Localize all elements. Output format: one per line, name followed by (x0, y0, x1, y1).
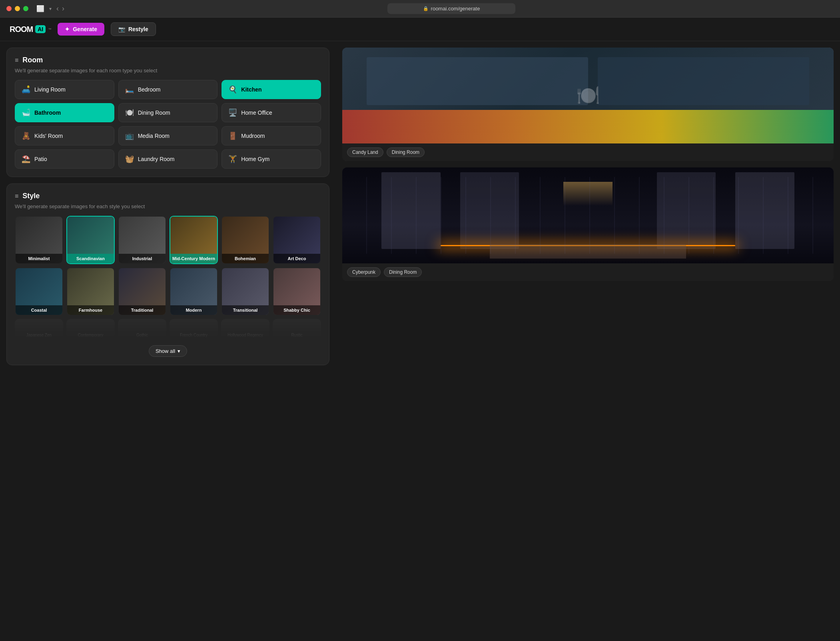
room-btn-media-room[interactable]: 📺Media Room (118, 126, 218, 145)
room-section-title: Room (22, 56, 43, 64)
close-button[interactable] (6, 6, 12, 11)
room-section-header: ≡ Room (15, 56, 321, 64)
style-label-minimalist: Minimalist (16, 254, 62, 263)
room-btn-mudroom[interactable]: 🚪Mudroom (221, 126, 321, 145)
style-label-modern: Modern (170, 305, 217, 315)
generate-icon: ✦ (65, 26, 70, 32)
generate-button[interactable]: ✦ Generate (58, 23, 104, 36)
style-btn-farmhouse[interactable]: Farmhouse (66, 267, 115, 316)
style-btn-transitional[interactable]: Transitional (221, 267, 269, 316)
show-all-button[interactable]: Show all ▾ (149, 345, 187, 357)
logo-room-text: ROOM (10, 25, 33, 34)
style-image-art-deco: Art Deco (273, 217, 320, 263)
room-icon-kitchen: 🍳 (228, 85, 237, 94)
room-icon-mudroom: 🚪 (228, 131, 237, 140)
style-image-shabby-chic: Shabby Chic (273, 268, 320, 315)
room-section-subtitle: We'll generate separate images for each … (15, 68, 321, 74)
room-icon-home-gym: 🏋️ (228, 155, 237, 163)
room-btn-patio[interactable]: ⛱️Patio (15, 149, 114, 169)
style-btn-art-deco[interactable]: Art Deco (273, 216, 321, 264)
style-label-shabby-chic: Shabby Chic (273, 305, 320, 315)
logo-ai-text: AI (35, 25, 46, 33)
result-image-2 (342, 167, 834, 263)
room-btn-home-gym[interactable]: 🏋️Home Gym (221, 149, 321, 169)
app-header: ROOM AI ™ ✦ Generate 📷 Restyle (0, 18, 840, 41)
room-icon-bathroom: 🛁 (22, 108, 30, 117)
result-tag-dining-room-2[interactable]: Dining Room (384, 267, 422, 277)
style-image-transitional: Transitional (222, 268, 269, 315)
chevron-down-icon: ▾ (178, 348, 180, 354)
result-tags-1: Candy Land Dining Room (342, 143, 834, 161)
titlebar: ⬜ ▾ ‹ › 🔒 roomai.com/generate (0, 0, 840, 18)
back-arrow-icon[interactable]: ‹ (56, 4, 59, 13)
style-section-icon: ≡ (15, 193, 18, 200)
result-card-1: Candy Land Dining Room (342, 48, 834, 161)
room-section-icon: ≡ (15, 57, 18, 64)
style-label-art-deco: Art Deco (273, 254, 320, 263)
style-image-traditional: Traditional (119, 268, 166, 315)
logo-tm-text: ™ (48, 28, 51, 31)
style-btn-scandinavian[interactable]: Scandinavian (66, 216, 115, 264)
style-image-bohemian: Bohemian (222, 217, 269, 263)
url-text: roomai.com/generate (431, 6, 480, 12)
room-btn-home-office[interactable]: 🖥️Home Office (221, 103, 321, 122)
style-btn-coastal[interactable]: Coastal (15, 267, 63, 316)
style-label-industrial: Industrial (119, 254, 166, 263)
style-image-scandinavian: Scandinavian (67, 217, 114, 263)
fullscreen-button[interactable] (23, 6, 28, 11)
result-image-1 (342, 48, 834, 143)
result-tag-cyberpunk[interactable]: Cyberpunk (347, 267, 381, 277)
room-icon-media-room: 📺 (125, 131, 134, 140)
style-section: ≡ Style We'll generate separate images f… (6, 183, 329, 365)
room-icon-kids-room: 🧸 (22, 131, 30, 140)
url-bar: 🔒 roomai.com/generate (69, 3, 834, 14)
style-btn-modern[interactable]: Modern (170, 267, 218, 316)
style-partial-hollywood-regency: Hollywood Regency (221, 319, 269, 339)
main-layout: ≡ Room We'll generate separate images fo… (0, 41, 840, 641)
restyle-button[interactable]: 📷 Restyle (111, 22, 156, 36)
nav-arrows: ‹ › (56, 4, 64, 13)
style-section-header: ≡ Style (15, 192, 321, 200)
style-btn-shabby-chic[interactable]: Shabby Chic (273, 267, 321, 316)
url-input[interactable]: 🔒 roomai.com/generate (387, 3, 515, 14)
chevron-down-icon[interactable]: ▾ (49, 6, 52, 12)
style-btn-industrial[interactable]: Industrial (118, 216, 166, 264)
room-btn-kids-room[interactable]: 🧸Kids' Room (15, 126, 114, 145)
room-icon-dining-room: 🍽️ (125, 108, 134, 117)
style-label-coastal: Coastal (16, 305, 62, 315)
style-btn-bohemian[interactable]: Bohemian (221, 216, 269, 264)
traffic-lights (6, 6, 28, 11)
forward-arrow-icon[interactable]: › (62, 4, 64, 13)
room-section: ≡ Room We'll generate separate images fo… (6, 48, 329, 177)
style-btn-minimalist[interactable]: Minimalist (15, 216, 63, 264)
room-btn-laundry-room[interactable]: 🧺Laundry Room (118, 149, 218, 169)
style-image-modern: Modern (170, 268, 217, 315)
room-btn-bathroom[interactable]: 🛁Bathroom (15, 103, 114, 122)
result-tag-candy-land[interactable]: Candy Land (347, 147, 383, 157)
right-panel: Candy Land Dining Room Cyberpunk (336, 41, 840, 641)
left-panel: ≡ Room We'll generate separate images fo… (0, 41, 336, 641)
style-grid-row3-partial: Japanese ZenContemporaryGothicFrench Cou… (15, 319, 321, 339)
style-btn-mid-century-modern[interactable]: Mid-Century Modern (170, 216, 218, 264)
room-btn-living-room[interactable]: 🛋️Living Room (15, 80, 114, 99)
minimize-button[interactable] (15, 6, 20, 11)
style-section-subtitle: We'll generate separate images for each … (15, 203, 321, 209)
style-partial-contemporary: Contemporary (66, 319, 115, 339)
room-btn-dining-room[interactable]: 🍽️Dining Room (118, 103, 218, 122)
result-card-2: Cyberpunk Dining Room (342, 167, 834, 281)
room-btn-bedroom[interactable]: 🛏️Bedroom (118, 80, 218, 99)
style-partial-gothic: Gothic (118, 319, 166, 339)
room-btn-kitchen[interactable]: 🍳Kitchen (221, 80, 321, 99)
style-btn-traditional[interactable]: Traditional (118, 267, 166, 316)
style-label-transitional: Transitional (222, 305, 269, 315)
style-section-title: Style (22, 192, 40, 200)
sidebar-toggle-icon[interactable]: ⬜ (36, 5, 44, 12)
camera-icon: 📷 (118, 26, 125, 32)
style-image-mid-century-modern: Mid-Century Modern (170, 217, 217, 263)
style-image-farmhouse: Farmhouse (67, 268, 114, 315)
result-tag-dining-room-1[interactable]: Dining Room (387, 147, 425, 157)
style-partial-rustic: Rustic (273, 319, 321, 339)
style-image-industrial: Industrial (119, 217, 166, 263)
room-icon-patio: ⛱️ (22, 155, 30, 163)
style-label-traditional: Traditional (119, 305, 166, 315)
